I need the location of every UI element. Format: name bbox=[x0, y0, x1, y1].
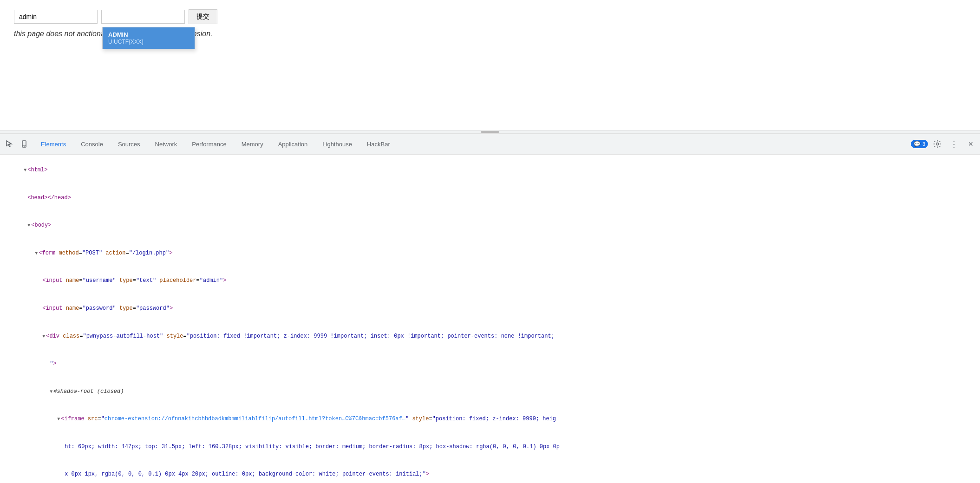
tab-memory[interactable]: Memory bbox=[234, 134, 271, 155]
iframe-src-link[interactable]: chrome-extension://ofnnakihcbhbdbadkmbmm… bbox=[105, 416, 405, 422]
inspect-element-btn[interactable] bbox=[2, 137, 17, 151]
dom-line: x 0px 1px, rgba(0, 0, 0, 0.1) 0px 4px 20… bbox=[0, 461, 980, 483]
expand-triangle[interactable]: ▼ bbox=[50, 389, 52, 394]
tab-application[interactable]: Application bbox=[271, 134, 315, 155]
tab-elements[interactable]: Elements bbox=[33, 134, 73, 155]
more-options-btn[interactable]: ⋮ bbox=[947, 137, 961, 151]
dom-line: ▼<div class="pwnypass-autofill-host" sty… bbox=[0, 322, 980, 350]
tab-performance[interactable]: Performance bbox=[184, 134, 234, 155]
autocomplete-item-sub: UIUCTF{XXX} bbox=[108, 39, 189, 45]
resize-handle[interactable] bbox=[0, 130, 980, 134]
dom-line: ▼<body> bbox=[0, 212, 980, 240]
tab-network[interactable]: Network bbox=[148, 134, 185, 155]
dom-line: <input name="password" type="password"> bbox=[0, 295, 980, 323]
toolbar-right: 💬 3 ⋮ ✕ bbox=[911, 137, 978, 151]
dom-line: ▼<form method="POST" action="/login.php"… bbox=[0, 240, 980, 268]
svg-point-3 bbox=[936, 143, 939, 145]
expand-triangle[interactable]: ▼ bbox=[27, 223, 30, 228]
badge-count: 3 bbox=[922, 141, 925, 147]
tab-lighthouse[interactable]: Lighthouse bbox=[315, 134, 359, 155]
expand-triangle[interactable]: ▼ bbox=[35, 251, 38, 256]
dom-line: ▼#shadow-root (closed) bbox=[0, 378, 980, 406]
console-icon: 💬 bbox=[914, 141, 921, 147]
dom-line: ▼<iframe src="chrome-extension://ofnnaki… bbox=[0, 405, 980, 433]
autocomplete-dropdown: ADMIN UIUCTF{XXX} bbox=[102, 27, 195, 49]
tab-hackbar[interactable]: HackBar bbox=[359, 134, 398, 155]
autocomplete-item-main: ADMIN bbox=[108, 31, 189, 38]
expand-triangle[interactable]: ▼ bbox=[42, 334, 45, 339]
console-badge: 💬 3 bbox=[911, 140, 928, 148]
dom-line: <head></head> bbox=[0, 184, 980, 212]
username-input[interactable] bbox=[14, 10, 98, 24]
settings-btn[interactable] bbox=[930, 137, 945, 151]
devtools-panel: Elements Console Sources Network Perform… bbox=[0, 134, 980, 483]
device-toolbar-btn[interactable] bbox=[17, 137, 32, 151]
svg-point-2 bbox=[24, 146, 24, 147]
submit-button[interactable]: 提交 bbox=[189, 9, 217, 24]
elements-content[interactable]: ▼<html> <head></head> ▼<body> ▼<form met… bbox=[0, 155, 980, 483]
password-input[interactable] bbox=[101, 10, 185, 24]
devtools-tabs: Elements Console Sources Network Perform… bbox=[33, 134, 398, 154]
tab-console[interactable]: Console bbox=[73, 134, 111, 155]
autocomplete-item-admin[interactable]: ADMIN UIUCTF{XXX} bbox=[103, 27, 195, 49]
expand-triangle[interactable]: ▼ bbox=[24, 168, 26, 173]
form-row: 提交 ADMIN UIUCTF{XXX} bbox=[14, 9, 966, 24]
close-devtools-btn[interactable]: ✕ bbox=[963, 137, 978, 151]
dom-line: <input name="username" type="text" place… bbox=[0, 267, 980, 295]
resize-bar bbox=[481, 131, 499, 133]
tab-sources[interactable]: Sources bbox=[111, 134, 148, 155]
dom-line: ▼<html> bbox=[0, 157, 980, 184]
devtools-toolbar: Elements Console Sources Network Perform… bbox=[0, 134, 980, 155]
page-content: 提交 ADMIN UIUCTF{XXX} this page does not … bbox=[0, 0, 980, 130]
dom-line: ht: 60px; width: 147px; top: 31.5px; lef… bbox=[0, 433, 980, 461]
dom-line: "> bbox=[0, 350, 980, 378]
expand-triangle[interactable]: ▼ bbox=[57, 417, 60, 422]
